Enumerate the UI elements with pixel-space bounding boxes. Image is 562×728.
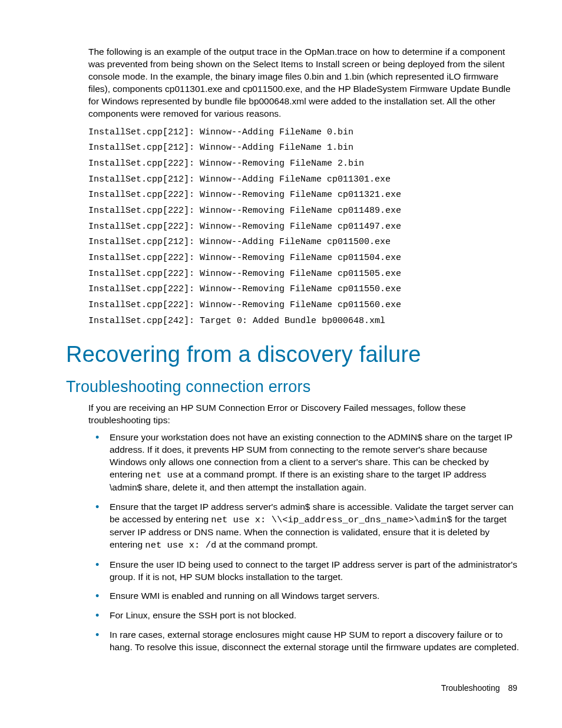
list-item: In rare cases, external storage enclosur… xyxy=(110,629,520,654)
list-item: Ensure your workstation does not have an… xyxy=(110,431,520,494)
heading-recovering: Recovering from a discovery failure xyxy=(66,342,520,367)
page-footer: Troubleshooting 89 xyxy=(441,683,517,693)
tips-intro: If you are receiving an HP SUM Connectio… xyxy=(88,402,520,427)
heading-troubleshooting: Troubleshooting connection errors xyxy=(66,378,520,396)
list-item: Ensure WMI is enabled and running on all… xyxy=(110,590,520,602)
footer-page-number: 89 xyxy=(508,683,517,693)
list-item: For Linux, ensure the SSH port is not bl… xyxy=(110,610,520,622)
list-item: Ensure that the target IP address server… xyxy=(110,501,520,552)
inline-code: net use xyxy=(145,470,183,480)
intro-paragraph: The following is an example of the outpu… xyxy=(88,46,520,120)
list-item: Ensure the user ID being used to connect… xyxy=(110,559,520,584)
footer-section-label: Troubleshooting xyxy=(441,683,500,693)
page-content: The following is an example of the outpu… xyxy=(66,46,520,661)
inline-code: net use x: /d xyxy=(145,540,216,551)
trace-output: InstallSet.cpp[212]: Winnow--Adding File… xyxy=(88,125,520,330)
tips-list: Ensure your workstation does not have an… xyxy=(88,431,520,654)
inline-code: net use x: \\<ip_address_or_dns_name>\ad… xyxy=(211,515,452,525)
